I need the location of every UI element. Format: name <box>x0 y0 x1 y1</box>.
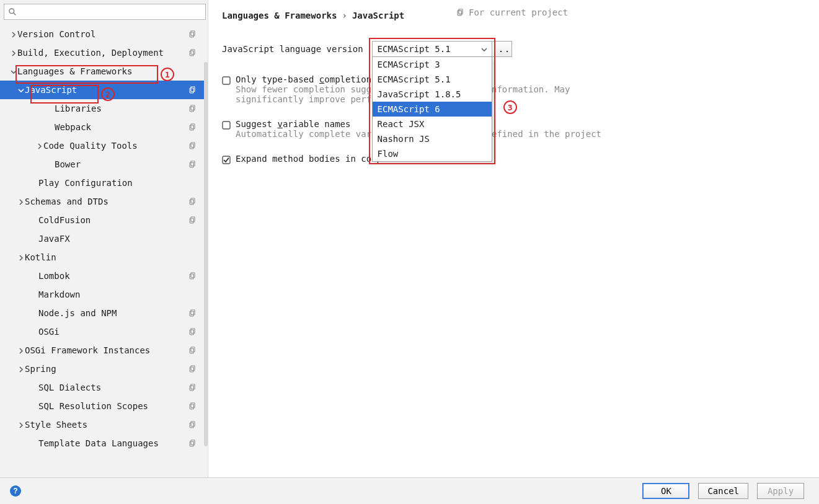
tree-item[interactable]: Markdown <box>0 285 205 304</box>
svg-rect-32 <box>191 403 195 408</box>
svg-rect-2 <box>191 31 195 36</box>
svg-rect-4 <box>191 50 195 55</box>
copy-icon <box>188 160 197 169</box>
dropdown-item[interactable]: ECMAScript 3 <box>373 57 492 72</box>
tree-item-label: SQL Dialects <box>38 382 188 392</box>
checkbox-completion[interactable] <box>222 76 231 85</box>
chk2-post: ariable names <box>283 119 351 129</box>
chevron-right-icon <box>17 198 25 205</box>
lang-version-combobox[interactable]: ECMAScript 5.1 <box>372 41 492 57</box>
apply-button[interactable]: Apply <box>757 483 804 499</box>
tree-item[interactable]: Kotlin <box>0 248 205 267</box>
svg-rect-20 <box>191 273 195 278</box>
tree-item-label: ColdFusion <box>38 215 188 225</box>
tree-item-label: OSGi <box>38 327 188 337</box>
copy-icon <box>188 272 197 280</box>
svg-rect-24 <box>191 329 195 334</box>
help-icon: ? <box>13 487 17 495</box>
tree-item[interactable]: Style Sheets <box>0 415 205 434</box>
copy-icon <box>456 8 465 17</box>
svg-rect-7 <box>190 88 193 93</box>
tree-item[interactable]: Webpack <box>0 118 205 136</box>
svg-rect-37 <box>190 441 193 446</box>
svg-rect-31 <box>190 386 193 391</box>
lang-version-dropdown[interactable]: ECMAScript 3ECMAScript 5.1JavaScript 1.8… <box>372 56 492 162</box>
tree-item-label: Style Sheets <box>25 420 188 430</box>
dropdown-item[interactable]: React JSX <box>373 117 492 131</box>
svg-rect-11 <box>190 125 193 130</box>
settings-main: Languages & Frameworks › JavaScript For … <box>208 0 819 477</box>
svg-rect-15 <box>190 162 193 167</box>
svg-rect-19 <box>190 218 193 223</box>
tree-item[interactable]: OSGi Framework Instances <box>0 341 205 360</box>
tree-item-label: JavaScript <box>25 85 188 95</box>
svg-point-0 <box>9 9 14 14</box>
tree-item[interactable]: Schemas and DTDs <box>0 192 205 211</box>
help-button[interactable]: ? <box>10 485 21 497</box>
search-input[interactable] <box>19 6 205 17</box>
tree-item-label: OSGi Framework Instances <box>25 345 188 355</box>
tree-item[interactable]: Play Configuration <box>0 174 205 192</box>
tree-item-label: Code Quality Tools <box>43 141 188 151</box>
chevron-down-icon <box>10 68 17 75</box>
dropdown-item[interactable]: ECMAScript 5.1 <box>373 72 492 87</box>
svg-rect-3 <box>190 32 193 37</box>
tree-item[interactable]: OSGi <box>0 322 205 341</box>
dropdown-item[interactable]: ECMAScript 6 <box>373 102 492 117</box>
tree-item[interactable]: SQL Resolution Scopes <box>0 397 205 415</box>
tree-item[interactable]: ColdFusion <box>0 211 205 229</box>
svg-rect-35 <box>190 423 193 428</box>
svg-rect-13 <box>190 144 193 149</box>
svg-rect-14 <box>191 161 195 166</box>
copy-icon <box>188 346 197 355</box>
tree-item-label: SQL Resolution Scopes <box>38 401 188 411</box>
checkbox-varnames[interactable] <box>222 121 231 130</box>
dialog-buttons-bar: ? OK Cancel Apply <box>0 477 819 504</box>
copy-icon <box>188 216 197 224</box>
settings-search[interactable] <box>4 4 206 20</box>
svg-rect-42 <box>223 156 230 164</box>
dropdown-item[interactable]: JavaScript 1.8.5 <box>373 87 492 102</box>
svg-rect-30 <box>191 384 195 389</box>
breadcrumb: Languages & Frameworks › JavaScript For … <box>222 6 807 25</box>
dropdown-item[interactable]: Flow <box>373 146 492 161</box>
scrollbar[interactable] <box>204 62 208 446</box>
tree-item[interactable]: Version Control <box>0 25 205 43</box>
copy-icon <box>188 383 197 392</box>
tree-item-label: Template Data Languages <box>38 438 188 448</box>
tree-item[interactable]: Languages & Frameworks <box>0 62 205 81</box>
dropdown-item[interactable]: Nashorn JS <box>373 131 492 146</box>
svg-rect-12 <box>191 143 195 148</box>
tree-item-label: Libraries <box>55 104 188 113</box>
cancel-button[interactable]: Cancel <box>698 483 748 499</box>
copy-icon <box>188 309 197 317</box>
tree-item-label: Node.js and NPM <box>38 308 188 318</box>
for-current-project-text: For current project <box>469 7 568 17</box>
tree-item[interactable]: SQL Dialects <box>0 378 205 397</box>
tree-item[interactable]: Libraries <box>0 99 205 118</box>
combo-value: ECMAScript 5.1 <box>378 44 451 54</box>
tree-item[interactable]: Lombok <box>0 267 205 285</box>
svg-rect-28 <box>191 366 195 371</box>
chevron-down-icon <box>480 45 488 53</box>
tree-item[interactable]: Spring <box>0 360 205 378</box>
tree-item[interactable]: JavaFX <box>0 229 205 248</box>
tree-item-label: Play Configuration <box>38 178 188 188</box>
svg-rect-23 <box>190 311 193 316</box>
tree-item[interactable]: Node.js and NPM <box>0 304 205 322</box>
chevron-right-icon <box>17 365 25 373</box>
tree-item-label: Build, Execution, Deployment <box>17 48 188 58</box>
lang-version-label: JavaScript language version <box>222 44 363 54</box>
tree-item[interactable]: Template Data Languages <box>0 434 205 453</box>
copy-icon <box>188 86 197 94</box>
tree-item[interactable]: Code Quality Tools <box>0 136 205 155</box>
checkbox-expand[interactable] <box>222 156 231 164</box>
lang-version-more-button[interactable]: ... <box>492 41 512 57</box>
breadcrumb-a: Languages & Frameworks <box>222 11 337 20</box>
tree-item[interactable]: Build, Execution, Deployment <box>0 43 205 62</box>
ok-button[interactable]: OK <box>642 483 689 499</box>
tree-item[interactable]: JavaScript <box>0 81 205 99</box>
chk2-pre: Suggest <box>236 119 277 129</box>
tree-item[interactable]: Bower <box>0 155 205 174</box>
svg-rect-39 <box>458 11 461 15</box>
